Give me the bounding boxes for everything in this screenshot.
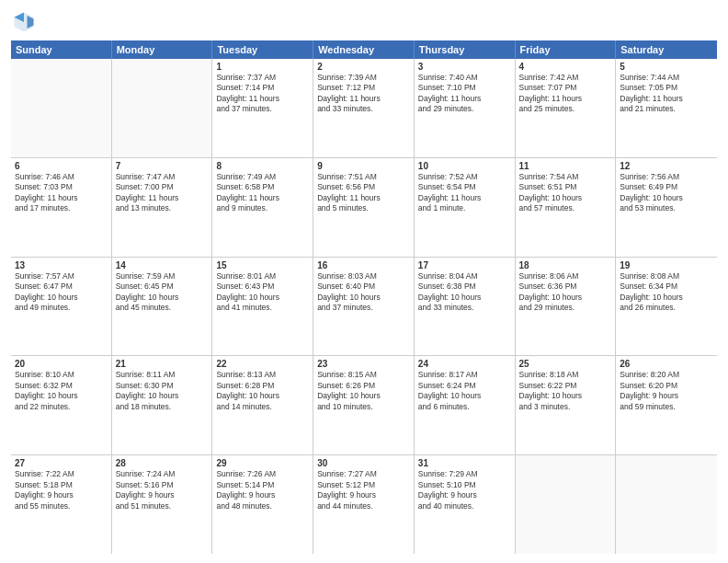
day-number: 12 (620, 161, 713, 171)
calendar-cell: 13Sunrise: 7:57 AMSunset: 6:47 PMDayligh… (11, 258, 112, 356)
calendar-cell: 5Sunrise: 7:44 AMSunset: 7:05 PMDaylight… (616, 59, 717, 157)
cell-info-line: Sunset: 7:03 PM (15, 182, 108, 192)
cell-info-line: Daylight: 10 hours (519, 391, 612, 401)
cell-info-line: Daylight: 11 hours (317, 94, 410, 104)
calendar-cell: 11Sunrise: 7:54 AMSunset: 6:51 PMDayligh… (516, 158, 617, 257)
cell-info-line: Daylight: 10 hours (15, 293, 108, 303)
cell-info-line: Sunrise: 8:17 AM (418, 370, 511, 380)
cell-info-line: Sunset: 6:22 PM (519, 381, 612, 391)
day-number: 18 (519, 260, 612, 270)
cell-info-line: Sunrise: 7:54 AM (519, 172, 612, 182)
cell-info-line: Daylight: 11 hours (519, 94, 612, 104)
cell-info-line: Sunrise: 8:08 AM (620, 271, 713, 282)
cell-info-line: Sunset: 6:20 PM (620, 381, 713, 391)
calendar-week-2: 6Sunrise: 7:46 AMSunset: 7:03 PMDaylight… (11, 158, 717, 258)
cell-info-line: and 14 minutes. (216, 402, 309, 412)
cell-info-line: Daylight: 11 hours (418, 94, 511, 104)
day-number: 20 (15, 359, 108, 369)
cell-info-line: Sunset: 6:34 PM (620, 282, 713, 292)
cell-info-line: and 33 minutes. (317, 104, 410, 114)
cell-info-line: Sunset: 5:18 PM (15, 480, 108, 490)
cell-info-line: Sunrise: 7:59 AM (116, 271, 209, 282)
cell-info-line: Sunrise: 7:29 AM (418, 469, 511, 479)
cell-info-line: and 29 minutes. (519, 303, 612, 313)
cell-info-line: Sunset: 6:24 PM (418, 381, 511, 391)
day-number: 22 (216, 359, 309, 369)
day-number: 17 (418, 260, 511, 270)
cell-info-line: Sunset: 6:49 PM (620, 182, 713, 192)
day-number: 7 (116, 161, 209, 171)
day-number: 14 (116, 260, 209, 270)
calendar-cell: 20Sunrise: 8:10 AMSunset: 6:32 PMDayligh… (11, 356, 112, 454)
cell-info-line: Daylight: 11 hours (116, 193, 209, 203)
cell-info-line: Sunrise: 7:51 AM (317, 172, 410, 182)
calendar-cell: 25Sunrise: 8:18 AMSunset: 6:22 PMDayligh… (516, 356, 617, 454)
calendar-cell: 3Sunrise: 7:40 AMSunset: 7:10 PMDaylight… (415, 59, 516, 157)
day-number: 11 (519, 161, 612, 171)
cell-info-line: Sunset: 6:47 PM (15, 282, 108, 292)
cell-info-line: Sunrise: 7:40 AM (418, 73, 511, 83)
cell-info-line: Daylight: 11 hours (317, 193, 410, 203)
calendar-cell: 14Sunrise: 7:59 AMSunset: 6:45 PMDayligh… (112, 258, 213, 356)
cell-info-line: Daylight: 9 hours (216, 490, 309, 500)
cell-info-line: Sunset: 7:12 PM (317, 83, 410, 93)
calendar-cell: 30Sunrise: 7:27 AMSunset: 5:12 PMDayligh… (313, 455, 415, 554)
cell-info-line: Sunset: 6:56 PM (317, 182, 410, 192)
calendar-cell: 10Sunrise: 7:52 AMSunset: 6:54 PMDayligh… (415, 158, 516, 257)
cell-info-line: Sunset: 6:45 PM (116, 282, 209, 292)
cell-info-line: Daylight: 10 hours (116, 391, 209, 401)
calendar-cell: 19Sunrise: 8:08 AMSunset: 6:34 PMDayligh… (616, 258, 717, 356)
cell-info-line: Sunset: 7:07 PM (519, 83, 612, 93)
cell-info-line: Daylight: 10 hours (418, 293, 511, 303)
cell-info-line: Sunrise: 8:11 AM (116, 370, 209, 380)
cell-info-line: Sunrise: 7:44 AM (620, 73, 713, 83)
cell-info-line: Sunrise: 8:15 AM (317, 370, 410, 380)
day-number: 31 (418, 458, 511, 468)
cell-info-line: Sunrise: 8:13 AM (216, 370, 309, 380)
calendar-cell (11, 59, 112, 157)
calendar-cell: 22Sunrise: 8:13 AMSunset: 6:28 PMDayligh… (212, 356, 313, 454)
calendar-cell: 6Sunrise: 7:46 AMSunset: 7:03 PMDaylight… (11, 158, 112, 257)
day-number: 2 (317, 62, 410, 72)
calendar-cell: 16Sunrise: 8:03 AMSunset: 6:40 PMDayligh… (313, 258, 415, 356)
cell-info-line: Sunrise: 7:22 AM (15, 469, 108, 479)
cell-info-line: and 26 minutes. (620, 303, 713, 313)
calendar-cell: 28Sunrise: 7:24 AMSunset: 5:16 PMDayligh… (112, 455, 213, 554)
calendar-cell: 4Sunrise: 7:42 AMSunset: 7:07 PMDaylight… (516, 59, 617, 157)
day-number: 6 (15, 161, 108, 171)
cell-info-line: Sunrise: 7:26 AM (216, 469, 309, 479)
cell-info-line: Sunset: 7:14 PM (216, 83, 309, 93)
day-number: 4 (519, 62, 612, 72)
cell-info-line: and 3 minutes. (519, 402, 612, 412)
day-number: 16 (317, 260, 410, 270)
cell-info-line: Daylight: 10 hours (620, 293, 713, 303)
day-number: 19 (620, 260, 713, 270)
calendar-cell (112, 59, 213, 157)
day-number: 10 (418, 161, 511, 171)
cell-info-line: Daylight: 10 hours (620, 193, 713, 203)
cell-info-line: Sunset: 6:54 PM (418, 182, 511, 192)
cell-info-line: and 37 minutes. (216, 104, 309, 114)
calendar-cell (516, 455, 617, 554)
calendar-week-5: 27Sunrise: 7:22 AMSunset: 5:18 PMDayligh… (11, 455, 717, 554)
cell-info-line: Sunset: 7:00 PM (116, 182, 209, 192)
calendar-cell: 23Sunrise: 8:15 AMSunset: 6:26 PMDayligh… (313, 356, 415, 454)
day-number: 13 (15, 260, 108, 270)
cell-info-line: Daylight: 9 hours (15, 490, 108, 500)
cell-info-line: and 25 minutes. (519, 104, 612, 114)
cell-info-line: Sunset: 6:36 PM (519, 282, 612, 292)
cell-info-line: Sunrise: 7:46 AM (15, 172, 108, 182)
cell-info-line: and 9 minutes. (216, 203, 309, 213)
day-number: 1 (216, 62, 309, 72)
day-number: 25 (519, 359, 612, 369)
cell-info-line: and 49 minutes. (15, 303, 108, 313)
cell-info-line: and 48 minutes. (216, 501, 309, 511)
day-number: 3 (418, 62, 511, 72)
cell-info-line: Sunset: 5:14 PM (216, 480, 309, 490)
cell-info-line: and 37 minutes. (317, 303, 410, 313)
cell-info-line: and 41 minutes. (216, 303, 309, 313)
cell-info-line: Daylight: 10 hours (15, 391, 108, 401)
logo-icon (11, 9, 37, 35)
cell-info-line: and 53 minutes. (620, 203, 713, 213)
cell-info-line: Daylight: 9 hours (116, 490, 209, 500)
